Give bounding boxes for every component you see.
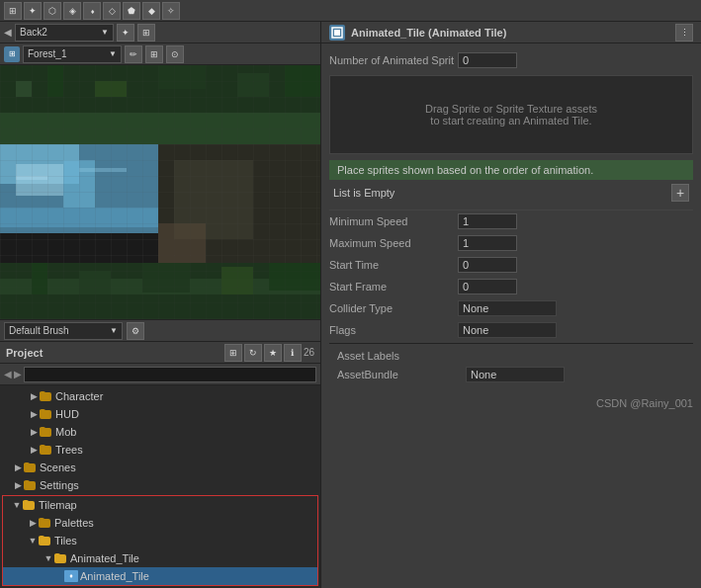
back-label: ◀ <box>4 27 12 38</box>
nav-forward[interactable]: ▶ <box>14 369 22 379</box>
brush-label: Default Brush <box>9 325 69 336</box>
back-toolbar: ◀ Back2 ▼ ✦ ⊞ <box>0 22 320 43</box>
toolbar-icon-9[interactable]: ✧ <box>162 2 180 20</box>
project-header: Project ⊞ ↻ ★ ℹ 26 <box>0 342 320 364</box>
drop-text-2: to start creating an Animated Tile. <box>425 115 597 126</box>
left-panel: ◀ Back2 ▼ ✦ ⊞ ⊞ Forest_1 ▼ ✏ ⊞ ⊙ <box>0 22 321 588</box>
right-panel: Animated_Tile (Animated Tile) ⋮ Number o… <box>321 22 701 588</box>
toolbar-icon-4[interactable]: ◈ <box>63 2 81 20</box>
tilemap-label: Tilemap <box>39 499 77 511</box>
asset-bundle-value[interactable]: None <box>466 367 565 382</box>
start-frame-label: Start Frame <box>329 281 458 293</box>
inspector-menu-icon[interactable]: ⋮ <box>675 24 693 42</box>
asset-bundle-label: AssetBundle <box>337 369 466 380</box>
brush-settings-icon[interactable]: ⚙ <box>127 322 144 340</box>
tree-item-animated-tile-folder[interactable]: ▼ Animated_Tile <box>3 549 317 567</box>
back2-arrow: ▼ <box>101 28 109 37</box>
toolbar-icon-7[interactable]: ⬟ <box>123 2 140 20</box>
palettes-label: Palettes <box>54 517 94 529</box>
animated-tile-folder-arrow: ▼ <box>43 553 54 563</box>
start-frame-value[interactable]: 0 <box>458 279 517 294</box>
mob-label: Mob <box>55 426 76 438</box>
inspector-header: Animated_Tile (Animated Tile) ⋮ <box>321 22 701 43</box>
forest-arrow: ▼ <box>109 49 117 58</box>
list-empty-text: List is Empty <box>333 187 394 199</box>
place-sprites-text: Place sprites shown based on the order o… <box>337 164 593 176</box>
tilemap-grid-icon[interactable]: ⊞ <box>145 45 163 63</box>
toolbar-icon-1[interactable]: ⊞ <box>4 2 22 20</box>
tree-item-settings[interactable]: ▶ Settings <box>0 476 320 494</box>
palettes-folder-icon <box>39 518 52 528</box>
character-folder-icon <box>40 391 53 401</box>
scenes-arrow: ▶ <box>12 462 24 472</box>
drop-text-1: Drag Sprite or Sprite Texture assets <box>425 103 597 115</box>
toolbar-icon-2[interactable]: ✦ <box>24 2 42 20</box>
settings-folder-icon <box>24 480 38 490</box>
sprite-drop-area[interactable]: Drag Sprite or Sprite Texture assets to … <box>329 75 693 154</box>
trees-folder-icon <box>40 445 53 455</box>
project-search-input[interactable] <box>24 367 316 382</box>
collider-type-label: Collider Type <box>329 302 458 314</box>
settings-arrow: ▶ <box>12 480 24 490</box>
toolbar-icon-8[interactable]: ◆ <box>142 2 160 20</box>
back2-label: Back2 <box>20 27 47 38</box>
animated-tile-folder-label: Animated_Tile <box>70 552 139 564</box>
tree-item-tilemap[interactable]: ▼ Tilemap <box>3 496 317 514</box>
project-view-icon[interactable]: ⊞ <box>224 344 242 362</box>
forest-label: Forest_1 <box>28 48 66 59</box>
toolbar-icon-6[interactable]: ◇ <box>103 2 121 20</box>
settings-label: Settings <box>40 479 79 491</box>
tilemap-edit-icon[interactable]: ✏ <box>125 45 142 63</box>
back2-dropdown[interactable]: Back2 ▼ <box>15 24 114 42</box>
project-info-icon[interactable]: ℹ <box>284 344 302 362</box>
project-search-bar: ◀ ▶ <box>0 364 320 385</box>
tilemap-section: ▼ Tilemap ▶ Palettes ▼ <box>2 495 318 586</box>
toolbar-icon-5[interactable]: ⬧ <box>83 2 101 20</box>
tree-item-tiles[interactable]: ▼ Tiles <box>3 532 317 549</box>
tree-item-palettes[interactable]: ▶ Palettes <box>3 514 317 532</box>
min-speed-value[interactable]: 1 <box>458 213 517 229</box>
tilemap-folder-icon <box>23 500 37 510</box>
svg-rect-27 <box>0 65 320 319</box>
forest-dropdown[interactable]: Forest_1 ▼ <box>23 45 122 63</box>
tree-item-mob[interactable]: ▶ Mob <box>0 423 320 441</box>
project-refresh-icon[interactable]: ↻ <box>244 344 262 362</box>
num-sprites-value[interactable]: 0 <box>458 52 517 68</box>
max-speed-row: Maximum Speed 1 <box>329 234 693 252</box>
tree-item-character[interactable]: ▶ Character <box>0 387 320 405</box>
brush-toolbar: Default Brush ▼ ⚙ <box>0 319 320 341</box>
top-toolbar: ⊞ ✦ ⬡ ◈ ⬧ ◇ ⬟ ◆ ✧ <box>0 0 701 22</box>
toolbar-icon-3[interactable]: ⬡ <box>44 2 61 20</box>
tree-item-trees[interactable]: ▶ Trees <box>0 441 320 459</box>
toolbar-icon-grid[interactable]: ⊞ <box>137 24 155 42</box>
collider-type-row: Collider Type None <box>329 299 693 317</box>
list-empty-bar: List is Empty + <box>329 182 693 204</box>
tree-item-animated-tile-file[interactable]: ♦ Animated_Tile <box>3 567 317 585</box>
max-speed-value[interactable]: 1 <box>458 235 517 251</box>
nav-back[interactable]: ◀ <box>4 369 12 379</box>
tilemap-focus-icon[interactable]: ⊙ <box>166 45 184 63</box>
brush-arrow: ▼ <box>110 326 118 335</box>
start-time-value[interactable]: 0 <box>458 257 517 273</box>
asset-labels-title: Asset Labels <box>337 350 685 362</box>
main-layout: ◀ Back2 ▼ ✦ ⊞ ⊞ Forest_1 ▼ ✏ ⊞ ⊙ <box>0 22 701 588</box>
min-speed-row: Minimum Speed 1 <box>329 212 693 230</box>
start-time-row: Start Time 0 <box>329 256 693 274</box>
mob-folder-icon <box>40 427 53 437</box>
asset-labels-section: Asset Labels AssetBundle None <box>329 343 693 393</box>
collider-type-value[interactable]: None <box>458 300 557 316</box>
brush-dropdown[interactable]: Default Brush ▼ <box>4 322 123 340</box>
project-star-icon[interactable]: ★ <box>264 344 282 362</box>
flags-row: Flags None <box>329 321 693 339</box>
character-label: Character <box>55 390 103 402</box>
hud-folder-icon <box>40 409 53 419</box>
tree-item-hud[interactable]: ▶ HUD <box>0 405 320 423</box>
flags-value[interactable]: None <box>458 322 557 338</box>
hud-label: HUD <box>55 408 79 420</box>
canvas-area[interactable] <box>0 65 320 319</box>
toolbar-icon-star[interactable]: ✦ <box>117 24 134 42</box>
tilemap-icon: ⊞ <box>4 46 20 62</box>
tree-item-scenes[interactable]: ▶ Scenes <box>0 459 320 476</box>
scene-svg <box>0 65 320 319</box>
add-button[interactable]: + <box>671 184 689 202</box>
